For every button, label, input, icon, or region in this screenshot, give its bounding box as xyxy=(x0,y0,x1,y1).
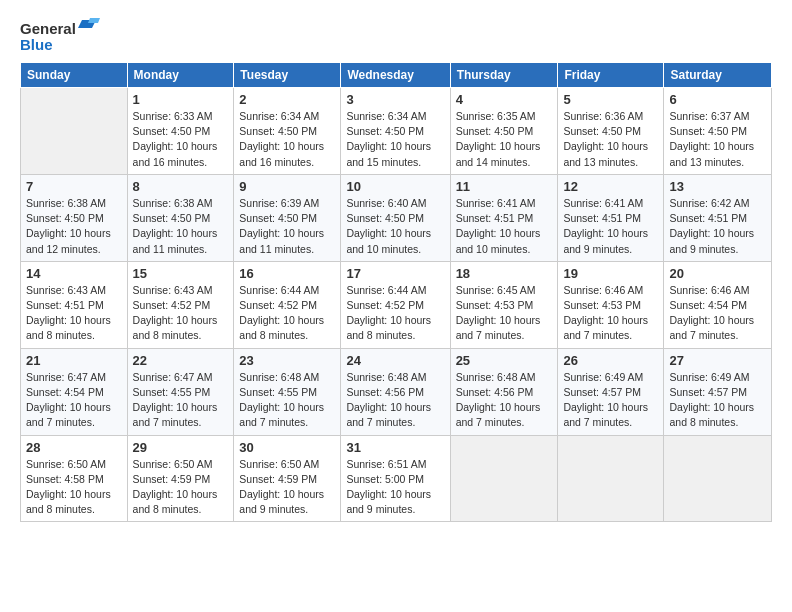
day-number: 8 xyxy=(133,179,229,194)
day-number: 24 xyxy=(346,353,444,368)
day-number: 20 xyxy=(669,266,766,281)
cell-info: Sunrise: 6:43 AMSunset: 4:52 PMDaylight:… xyxy=(133,283,229,344)
calendar-cell-3-5: 26Sunrise: 6:49 AMSunset: 4:57 PMDayligh… xyxy=(558,348,664,435)
day-number: 29 xyxy=(133,440,229,455)
page-container: GeneralBlue SundayMondayTuesdayWednesday… xyxy=(0,0,792,532)
cell-info: Sunrise: 6:36 AMSunset: 4:50 PMDaylight:… xyxy=(563,109,658,170)
cell-info: Sunrise: 6:45 AMSunset: 4:53 PMDaylight:… xyxy=(456,283,553,344)
cell-info: Sunrise: 6:38 AMSunset: 4:50 PMDaylight:… xyxy=(26,196,122,257)
day-number: 1 xyxy=(133,92,229,107)
day-number: 9 xyxy=(239,179,335,194)
cell-info: Sunrise: 6:40 AMSunset: 4:50 PMDaylight:… xyxy=(346,196,444,257)
calendar-cell-3-2: 23Sunrise: 6:48 AMSunset: 4:55 PMDayligh… xyxy=(234,348,341,435)
day-number: 16 xyxy=(239,266,335,281)
calendar-cell-4-3: 31Sunrise: 6:51 AMSunset: 5:00 PMDayligh… xyxy=(341,435,450,522)
cell-info: Sunrise: 6:34 AMSunset: 4:50 PMDaylight:… xyxy=(346,109,444,170)
calendar-cell-1-2: 9Sunrise: 6:39 AMSunset: 4:50 PMDaylight… xyxy=(234,174,341,261)
header: GeneralBlue xyxy=(20,18,772,56)
cell-info: Sunrise: 6:50 AMSunset: 4:59 PMDaylight:… xyxy=(133,457,229,518)
day-number: 27 xyxy=(669,353,766,368)
calendar-cell-3-0: 21Sunrise: 6:47 AMSunset: 4:54 PMDayligh… xyxy=(21,348,128,435)
cell-info: Sunrise: 6:46 AMSunset: 4:53 PMDaylight:… xyxy=(563,283,658,344)
day-number: 22 xyxy=(133,353,229,368)
calendar-cell-4-5 xyxy=(558,435,664,522)
cell-info: Sunrise: 6:33 AMSunset: 4:50 PMDaylight:… xyxy=(133,109,229,170)
calendar-cell-3-6: 27Sunrise: 6:49 AMSunset: 4:57 PMDayligh… xyxy=(664,348,772,435)
cell-info: Sunrise: 6:50 AMSunset: 4:59 PMDaylight:… xyxy=(239,457,335,518)
day-number: 10 xyxy=(346,179,444,194)
cell-info: Sunrise: 6:42 AMSunset: 4:51 PMDaylight:… xyxy=(669,196,766,257)
calendar-cell-0-5: 5Sunrise: 6:36 AMSunset: 4:50 PMDaylight… xyxy=(558,88,664,175)
calendar-cell-4-6 xyxy=(664,435,772,522)
cell-info: Sunrise: 6:49 AMSunset: 4:57 PMDaylight:… xyxy=(669,370,766,431)
calendar-row-1: 7Sunrise: 6:38 AMSunset: 4:50 PMDaylight… xyxy=(21,174,772,261)
cell-info: Sunrise: 6:48 AMSunset: 4:56 PMDaylight:… xyxy=(346,370,444,431)
logo-icon: GeneralBlue xyxy=(20,18,100,56)
calendar-cell-2-2: 16Sunrise: 6:44 AMSunset: 4:52 PMDayligh… xyxy=(234,261,341,348)
calendar-cell-3-4: 25Sunrise: 6:48 AMSunset: 4:56 PMDayligh… xyxy=(450,348,558,435)
day-number: 11 xyxy=(456,179,553,194)
calendar-cell-1-6: 13Sunrise: 6:42 AMSunset: 4:51 PMDayligh… xyxy=(664,174,772,261)
calendar-cell-2-1: 15Sunrise: 6:43 AMSunset: 4:52 PMDayligh… xyxy=(127,261,234,348)
calendar-cell-1-1: 8Sunrise: 6:38 AMSunset: 4:50 PMDaylight… xyxy=(127,174,234,261)
calendar-cell-3-1: 22Sunrise: 6:47 AMSunset: 4:55 PMDayligh… xyxy=(127,348,234,435)
day-number: 2 xyxy=(239,92,335,107)
cell-info: Sunrise: 6:47 AMSunset: 4:55 PMDaylight:… xyxy=(133,370,229,431)
calendar-row-4: 28Sunrise: 6:50 AMSunset: 4:58 PMDayligh… xyxy=(21,435,772,522)
day-number: 12 xyxy=(563,179,658,194)
cell-info: Sunrise: 6:48 AMSunset: 4:56 PMDaylight:… xyxy=(456,370,553,431)
calendar-row-2: 14Sunrise: 6:43 AMSunset: 4:51 PMDayligh… xyxy=(21,261,772,348)
weekday-header-thursday: Thursday xyxy=(450,63,558,88)
day-number: 7 xyxy=(26,179,122,194)
calendar-cell-0-6: 6Sunrise: 6:37 AMSunset: 4:50 PMDaylight… xyxy=(664,88,772,175)
calendar-cell-0-0 xyxy=(21,88,128,175)
day-number: 30 xyxy=(239,440,335,455)
calendar-cell-4-4 xyxy=(450,435,558,522)
calendar-cell-4-0: 28Sunrise: 6:50 AMSunset: 4:58 PMDayligh… xyxy=(21,435,128,522)
cell-info: Sunrise: 6:44 AMSunset: 4:52 PMDaylight:… xyxy=(239,283,335,344)
day-number: 18 xyxy=(456,266,553,281)
day-number: 4 xyxy=(456,92,553,107)
logo: GeneralBlue xyxy=(20,18,100,56)
day-number: 5 xyxy=(563,92,658,107)
calendar-cell-2-4: 18Sunrise: 6:45 AMSunset: 4:53 PMDayligh… xyxy=(450,261,558,348)
day-number: 6 xyxy=(669,92,766,107)
svg-text:General: General xyxy=(20,20,76,37)
calendar-cell-2-3: 17Sunrise: 6:44 AMSunset: 4:52 PMDayligh… xyxy=(341,261,450,348)
calendar-cell-0-1: 1Sunrise: 6:33 AMSunset: 4:50 PMDaylight… xyxy=(127,88,234,175)
calendar-row-3: 21Sunrise: 6:47 AMSunset: 4:54 PMDayligh… xyxy=(21,348,772,435)
day-number: 21 xyxy=(26,353,122,368)
calendar-cell-2-5: 19Sunrise: 6:46 AMSunset: 4:53 PMDayligh… xyxy=(558,261,664,348)
cell-info: Sunrise: 6:34 AMSunset: 4:50 PMDaylight:… xyxy=(239,109,335,170)
weekday-header-friday: Friday xyxy=(558,63,664,88)
cell-info: Sunrise: 6:37 AMSunset: 4:50 PMDaylight:… xyxy=(669,109,766,170)
weekday-header-monday: Monday xyxy=(127,63,234,88)
calendar-cell-1-0: 7Sunrise: 6:38 AMSunset: 4:50 PMDaylight… xyxy=(21,174,128,261)
day-number: 14 xyxy=(26,266,122,281)
weekday-header-tuesday: Tuesday xyxy=(234,63,341,88)
cell-info: Sunrise: 6:46 AMSunset: 4:54 PMDaylight:… xyxy=(669,283,766,344)
day-number: 28 xyxy=(26,440,122,455)
cell-info: Sunrise: 6:41 AMSunset: 4:51 PMDaylight:… xyxy=(456,196,553,257)
cell-info: Sunrise: 6:51 AMSunset: 5:00 PMDaylight:… xyxy=(346,457,444,518)
calendar-cell-1-4: 11Sunrise: 6:41 AMSunset: 4:51 PMDayligh… xyxy=(450,174,558,261)
calendar-cell-3-3: 24Sunrise: 6:48 AMSunset: 4:56 PMDayligh… xyxy=(341,348,450,435)
day-number: 13 xyxy=(669,179,766,194)
cell-info: Sunrise: 6:41 AMSunset: 4:51 PMDaylight:… xyxy=(563,196,658,257)
calendar-cell-0-4: 4Sunrise: 6:35 AMSunset: 4:50 PMDaylight… xyxy=(450,88,558,175)
cell-info: Sunrise: 6:38 AMSunset: 4:50 PMDaylight:… xyxy=(133,196,229,257)
day-number: 17 xyxy=(346,266,444,281)
cell-info: Sunrise: 6:47 AMSunset: 4:54 PMDaylight:… xyxy=(26,370,122,431)
weekday-header-saturday: Saturday xyxy=(664,63,772,88)
cell-info: Sunrise: 6:35 AMSunset: 4:50 PMDaylight:… xyxy=(456,109,553,170)
calendar-cell-0-2: 2Sunrise: 6:34 AMSunset: 4:50 PMDaylight… xyxy=(234,88,341,175)
cell-info: Sunrise: 6:49 AMSunset: 4:57 PMDaylight:… xyxy=(563,370,658,431)
calendar-cell-2-0: 14Sunrise: 6:43 AMSunset: 4:51 PMDayligh… xyxy=(21,261,128,348)
weekday-header-sunday: Sunday xyxy=(21,63,128,88)
day-number: 15 xyxy=(133,266,229,281)
calendar-table: SundayMondayTuesdayWednesdayThursdayFrid… xyxy=(20,62,772,522)
calendar-row-0: 1Sunrise: 6:33 AMSunset: 4:50 PMDaylight… xyxy=(21,88,772,175)
calendar-cell-1-5: 12Sunrise: 6:41 AMSunset: 4:51 PMDayligh… xyxy=(558,174,664,261)
day-number: 3 xyxy=(346,92,444,107)
cell-info: Sunrise: 6:50 AMSunset: 4:58 PMDaylight:… xyxy=(26,457,122,518)
